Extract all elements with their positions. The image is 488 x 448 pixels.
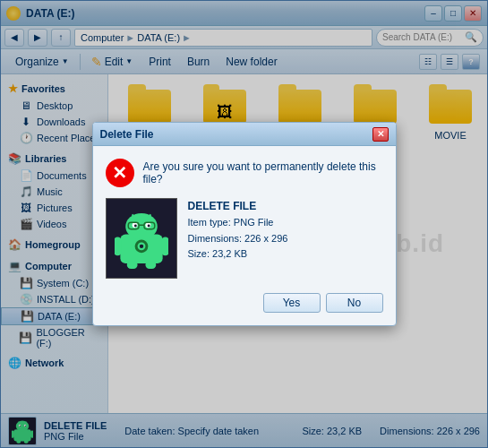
dialog-size: Size: 23,2 KB <box>188 246 288 263</box>
dialog-android-icon <box>115 208 168 269</box>
no-button[interactable]: No <box>326 293 383 313</box>
svg-rect-37 <box>145 261 156 269</box>
svg-rect-35 <box>161 237 168 256</box>
dialog-question: Are you sure you want to permanently del… <box>143 160 383 185</box>
svg-point-31 <box>147 224 150 227</box>
dialog-item-type: Item type: PNG File <box>188 215 288 231</box>
dialog-question-row: ✕ Are you sure you want to permanently d… <box>106 159 383 187</box>
dialog-dimensions: Dimensions: 226 x 296 <box>188 231 288 247</box>
dialog-close-button[interactable]: ✕ <box>372 127 389 142</box>
svg-point-27 <box>125 213 157 240</box>
dialog-buttons: Yes No <box>106 293 383 313</box>
dialog-file-preview <box>106 198 177 279</box>
dialog-content: DELETE FILE Item type: PNG File Dimensio… <box>106 198 383 279</box>
dialog-file-info: DELETE FILE Item type: PNG File Dimensio… <box>188 198 288 263</box>
dialog-filename: DELETE FILE <box>188 198 288 215</box>
svg-rect-36 <box>126 261 137 269</box>
svg-point-30 <box>133 224 136 227</box>
dialog-title: Delete File <box>100 128 372 141</box>
dialog-overlay: Delete File ✕ ✕ Are you sure you want to… <box>0 0 488 448</box>
svg-rect-34 <box>115 237 122 256</box>
delete-dialog: Delete File ✕ ✕ Are you sure you want to… <box>92 122 397 326</box>
svg-point-43 <box>139 245 142 248</box>
delete-warning-icon: ✕ <box>106 159 134 187</box>
yes-button[interactable]: Yes <box>263 293 321 313</box>
dialog-body: ✕ Are you sure you want to permanently d… <box>93 146 396 325</box>
dialog-title-bar: Delete File ✕ <box>93 123 396 146</box>
